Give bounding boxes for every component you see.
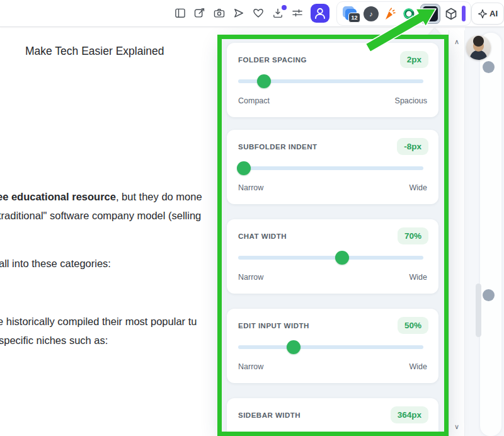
setting-card-edit-input-width: EDIT INPUT WIDTH 50% Narrow Wide xyxy=(227,309,438,383)
reading-list-icon[interactable] xyxy=(174,7,186,20)
setting-label: EDIT INPUT WIDTH xyxy=(238,322,309,330)
slider-track[interactable] xyxy=(238,164,423,173)
camera-icon[interactable] xyxy=(213,7,226,20)
setting-value-badge: -8px xyxy=(397,138,428,155)
body-text-line: specific niches such as: xyxy=(0,335,108,347)
panel-scrollbar[interactable]: ∧ ∨ xyxy=(449,30,465,436)
scroll-up-arrow[interactable]: ∧ xyxy=(449,38,464,46)
slider-min-label: Narrow xyxy=(238,362,263,371)
scroll-down-arrow[interactable]: ∨ xyxy=(449,423,464,431)
slider-rail xyxy=(238,166,423,170)
theme-extension-icon[interactable] xyxy=(420,4,440,24)
slider-track[interactable] xyxy=(238,343,423,352)
ai-button[interactable]: AI xyxy=(471,3,504,25)
rail-dot-middle[interactable] xyxy=(483,289,495,301)
setting-label: SUBFOLDER INDENT xyxy=(238,143,318,151)
slider-thumb[interactable] xyxy=(237,161,251,175)
photo-stack-icon[interactable]: 12 xyxy=(342,5,360,23)
rail-scrollbar-thumb[interactable] xyxy=(476,284,481,337)
setting-card-sidebar-width: SIDEBAR WIDTH 364px xyxy=(227,398,438,436)
pinned-indicator-bar xyxy=(462,6,466,21)
body-text-line: all into these categories: xyxy=(0,258,111,270)
slider-thumb[interactable] xyxy=(287,340,301,354)
downloads-badge-dot xyxy=(282,5,287,10)
compose-icon[interactable] xyxy=(193,7,206,20)
heart-icon[interactable] xyxy=(252,7,265,20)
party-popper-icon[interactable] xyxy=(382,6,398,21)
progress-ring-icon[interactable] xyxy=(401,6,416,21)
setting-label: SIDEBAR WIDTH xyxy=(238,411,301,419)
music-extension-icon[interactable]: ♪ xyxy=(364,6,379,21)
toolbar-left-group xyxy=(174,2,329,25)
slider-min-label: Narrow xyxy=(238,183,263,192)
setting-label: CHAT WIDTH xyxy=(238,232,287,240)
slider-track[interactable] xyxy=(238,432,423,436)
setting-card-subfolder-indent: SUBFOLDER INDENT -8px Narrow Wide xyxy=(227,130,438,204)
page-title: Make Tech Easier Explained xyxy=(25,45,164,58)
music-note-glyph: ♪ xyxy=(369,10,373,18)
slider-track[interactable] xyxy=(238,253,423,262)
slider-min-label: Narrow xyxy=(238,273,263,282)
body-regular-text: , but they do mone xyxy=(116,191,202,202)
right-rail xyxy=(465,26,504,436)
setting-label: FOLDER SPACING xyxy=(238,56,307,64)
user-avatar[interactable] xyxy=(466,35,491,60)
slider-rail xyxy=(238,345,423,349)
slider-thumb[interactable] xyxy=(335,251,349,265)
browser-toolbar: 12 ♪ xyxy=(0,0,504,27)
setting-value-badge: 50% xyxy=(398,317,428,334)
tune-icon[interactable] xyxy=(291,7,304,20)
rail-dot-top[interactable] xyxy=(483,61,495,73)
body-bold-text: ee educational resource xyxy=(0,191,116,202)
downloads-icon[interactable] xyxy=(272,7,284,20)
slider-thumb[interactable] xyxy=(257,74,271,88)
extension-settings-panel: FOLDER SPACING 2px Compact Spacious SUBF… xyxy=(222,35,449,436)
theme-extension-art xyxy=(423,6,438,21)
send-icon[interactable] xyxy=(232,7,245,20)
slider-min-label: Compact xyxy=(238,96,270,105)
slider-max-label: Spacious xyxy=(395,96,427,105)
sparkle-icon xyxy=(478,9,488,19)
cube-icon[interactable] xyxy=(444,7,458,21)
extensions-group: 12 ♪ xyxy=(336,1,471,26)
setting-card-chat-width: CHAT WIDTH 70% Narrow Wide xyxy=(227,219,438,294)
setting-value-badge: 2px xyxy=(400,51,428,68)
screen: 12 ♪ xyxy=(0,0,504,436)
setting-value-badge: 70% xyxy=(398,227,428,244)
slider-max-label: Wide xyxy=(410,273,427,282)
right-rail-strip xyxy=(480,33,501,436)
slider-max-label: Wide xyxy=(410,183,427,192)
setting-card-folder-spacing: FOLDER SPACING 2px Compact Spacious xyxy=(227,43,438,117)
body-text-line: e historically compiled their most popul… xyxy=(0,316,197,328)
slider-track[interactable] xyxy=(238,77,423,86)
ai-button-label: AI xyxy=(490,9,498,18)
tab-count-badge: 12 xyxy=(348,13,360,23)
slider-max-label: Wide xyxy=(410,362,427,371)
body-text-line: traditional" software company model (sel… xyxy=(0,210,201,222)
setting-value-badge: 364px xyxy=(391,406,428,423)
slider-rail xyxy=(238,256,423,260)
body-text-line: ee educational resource, but they do mon… xyxy=(0,191,202,203)
profile-button[interactable] xyxy=(311,4,329,23)
